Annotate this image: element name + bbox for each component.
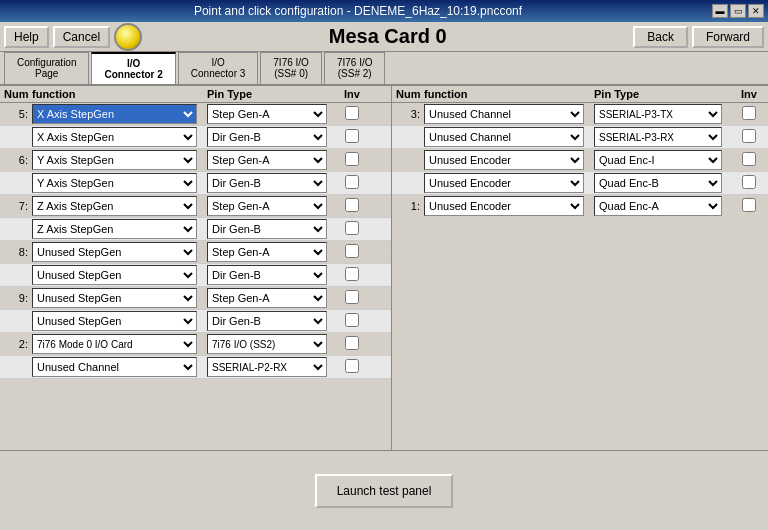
table-row: 1: Unused Encoder Quad Enc-A: [392, 195, 768, 218]
left-table-header: Num function Pin Type Inv: [0, 86, 391, 103]
tab-io-connector2[interactable]: I/O Connector 2: [91, 52, 175, 84]
row-pintype: Dir Gen-B: [207, 127, 337, 147]
pin-select[interactable]: 7i76 I/O (SS2): [207, 334, 327, 354]
tab-7i76-ss0[interactable]: 7I76 I/O (SS# 0): [260, 52, 322, 84]
row-num: 2:: [4, 338, 32, 350]
right-panel: Num function Pin Type Inv 3: Unused Chan…: [392, 86, 768, 452]
inv-checkbox[interactable]: [345, 175, 359, 189]
row-pintype: 7i76 I/O (SS2): [207, 334, 337, 354]
pin-select[interactable]: Step Gen-A: [207, 196, 327, 216]
func-select[interactable]: X Axis StepGen: [32, 104, 197, 124]
row-func: Unused Channel: [424, 127, 594, 147]
func-select[interactable]: Y Axis StepGen: [32, 150, 197, 170]
minimize-button[interactable]: ▬: [712, 4, 728, 18]
inv-checkbox[interactable]: [345, 267, 359, 281]
pin-select[interactable]: Dir Gen-B: [207, 173, 327, 193]
func-select[interactable]: Unused Encoder: [424, 196, 584, 216]
inv-checkbox[interactable]: [742, 152, 756, 166]
inv-checkbox[interactable]: [742, 175, 756, 189]
row-func: Y Axis StepGen: [32, 150, 207, 170]
func-select[interactable]: 7i76 Mode 0 I/O Card: [32, 334, 197, 354]
inv-checkbox[interactable]: [345, 129, 359, 143]
inv-checkbox[interactable]: [345, 221, 359, 235]
inv-checkbox[interactable]: [345, 290, 359, 304]
func-select[interactable]: Unused Channel: [32, 357, 197, 377]
row-pintype: Dir Gen-B: [207, 219, 337, 239]
pin-select[interactable]: Dir Gen-B: [207, 311, 327, 331]
row-func: X Axis StepGen: [32, 127, 207, 147]
row-inv: [337, 313, 367, 330]
restore-button[interactable]: ▭: [730, 4, 746, 18]
row-inv: [734, 152, 764, 169]
right-table-header: Num function Pin Type Inv: [392, 86, 768, 103]
inv-checkbox[interactable]: [345, 152, 359, 166]
inv-checkbox[interactable]: [345, 359, 359, 373]
func-select[interactable]: Y Axis StepGen: [32, 173, 197, 193]
func-select[interactable]: X Axis StepGen: [32, 127, 197, 147]
page-title: Mesa Card 0: [146, 25, 629, 48]
row-inv: [734, 175, 764, 192]
func-select[interactable]: Unused Encoder: [424, 150, 584, 170]
func-select[interactable]: Unused StepGen: [32, 288, 197, 308]
table-row: Unused Encoder Quad Enc-I: [392, 149, 768, 172]
back-button[interactable]: Back: [633, 26, 688, 48]
func-select[interactable]: Z Axis StepGen: [32, 219, 197, 239]
table-row: Z Axis StepGen Dir Gen-B: [0, 218, 391, 241]
func-select[interactable]: Unused Channel: [424, 127, 584, 147]
row-pintype: Step Gen-A: [207, 104, 337, 124]
pin-select[interactable]: Step Gen-A: [207, 288, 327, 308]
bulb-icon: [114, 23, 142, 51]
pin-select[interactable]: Step Gen-A: [207, 150, 327, 170]
row-inv: [337, 336, 367, 353]
pin-select[interactable]: Quad Enc-A: [594, 196, 722, 216]
func-select[interactable]: Unused Encoder: [424, 173, 584, 193]
row-pintype: SSERIAL-P2-RX: [207, 357, 337, 377]
pin-select[interactable]: Dir Gen-B: [207, 219, 327, 239]
row-pintype: Quad Enc-A: [594, 196, 734, 216]
pin-select[interactable]: Dir Gen-B: [207, 265, 327, 285]
func-select[interactable]: Unused StepGen: [32, 242, 197, 262]
tab-7i76-ss2[interactable]: 7I76 I/O (SS# 2): [324, 52, 386, 84]
inv-checkbox[interactable]: [345, 336, 359, 350]
tab-io-connector3[interactable]: I/O Connector 3: [178, 52, 258, 84]
func-select[interactable]: Unused Channel: [424, 104, 584, 124]
pin-select[interactable]: Quad Enc-I: [594, 150, 722, 170]
row-pintype: Dir Gen-B: [207, 311, 337, 331]
cancel-button[interactable]: Cancel: [53, 26, 110, 48]
row-num: 5:: [4, 108, 32, 120]
inv-checkbox[interactable]: [742, 106, 756, 120]
inv-checkbox[interactable]: [742, 129, 756, 143]
inv-checkbox[interactable]: [345, 198, 359, 212]
func-select[interactable]: Z Axis StepGen: [32, 196, 197, 216]
row-pintype: Step Gen-A: [207, 242, 337, 262]
row-pintype: Dir Gen-B: [207, 265, 337, 285]
close-button[interactable]: ✕: [748, 4, 764, 18]
row-num: 1:: [396, 200, 424, 212]
inv-checkbox[interactable]: [345, 313, 359, 327]
tabs-row: Configuration Page I/O Connector 2 I/O C…: [0, 52, 768, 86]
pin-select[interactable]: Step Gen-A: [207, 242, 327, 262]
row-func: X Axis StepGen: [32, 104, 207, 124]
func-select[interactable]: Unused StepGen: [32, 311, 197, 331]
forward-button[interactable]: Forward: [692, 26, 764, 48]
pin-select[interactable]: Step Gen-A: [207, 104, 327, 124]
pin-select[interactable]: SSERIAL-P3-TX: [594, 104, 722, 124]
row-inv: [337, 106, 367, 123]
row-inv: [337, 244, 367, 261]
table-row: Unused StepGen Dir Gen-B: [0, 310, 391, 333]
pin-select[interactable]: SSERIAL-P2-RX: [207, 357, 327, 377]
launch-test-panel-button[interactable]: Launch test panel: [315, 474, 454, 508]
func-select[interactable]: Unused StepGen: [32, 265, 197, 285]
tab-config-page[interactable]: Configuration Page: [4, 52, 89, 84]
inv-checkbox[interactable]: [345, 106, 359, 120]
pin-select[interactable]: SSERIAL-P3-RX: [594, 127, 722, 147]
pin-select[interactable]: Quad Enc-B: [594, 173, 722, 193]
row-inv: [734, 129, 764, 146]
pin-select[interactable]: Dir Gen-B: [207, 127, 327, 147]
row-func: Unused Channel: [424, 104, 594, 124]
help-button[interactable]: Help: [4, 26, 49, 48]
inv-checkbox[interactable]: [345, 244, 359, 258]
inv-checkbox[interactable]: [742, 198, 756, 212]
r-col-num-header: Num: [396, 88, 424, 100]
table-row: 3: Unused Channel SSERIAL-P3-TX: [392, 103, 768, 126]
